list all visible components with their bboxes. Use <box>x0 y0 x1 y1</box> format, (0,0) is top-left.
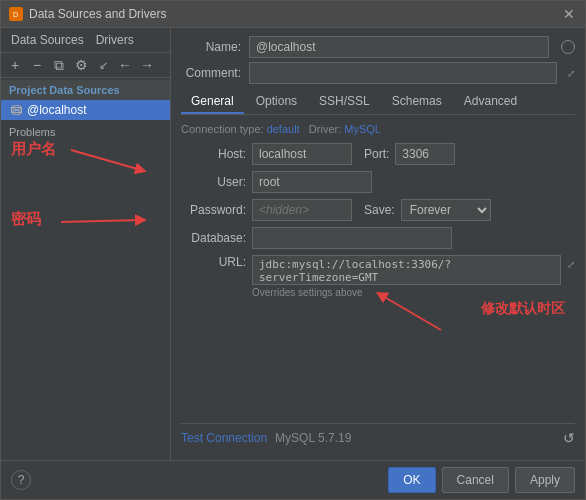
refresh-button[interactable]: ↺ <box>563 430 575 446</box>
conn-type-value[interactable]: default <box>267 123 300 135</box>
annotation-timezone: 修改默认时区 <box>481 300 565 318</box>
name-row: Name: <box>181 36 575 58</box>
expand-icon[interactable]: ⤢ <box>567 68 575 79</box>
copy-button[interactable]: ⧉ <box>49 55 69 75</box>
apply-button[interactable]: Apply <box>515 467 575 493</box>
bottom-bar: ? OK Cancel Apply <box>1 460 585 499</box>
annotation-password: 密码 <box>11 210 41 229</box>
connection-info: Connection type: default Driver: MySQL <box>181 123 575 135</box>
svg-line-5 <box>71 150 141 170</box>
title-bar: D Data Sources and Drivers ✕ <box>1 1 585 28</box>
back-button[interactable]: ← <box>115 55 135 75</box>
conn-type-label: Connection type: <box>181 123 267 135</box>
tab-schemas[interactable]: Schemas <box>382 90 452 114</box>
database-input[interactable] <box>252 227 452 249</box>
tab-ssh-ssl[interactable]: SSH/SSL <box>309 90 380 114</box>
datasource-icon <box>9 103 23 117</box>
comment-label: Comment: <box>181 66 241 80</box>
url-hint: Overrides settings above <box>252 287 561 298</box>
remove-button[interactable]: − <box>27 55 47 75</box>
menu-bar: Data Sources Drivers <box>1 28 170 53</box>
toolbar: + − ⧉ ⚙ ↙ ← → <box>1 53 170 78</box>
left-bottom-area: Problems 用户名 密码 <box>1 120 170 460</box>
port-input[interactable] <box>395 143 455 165</box>
password-label: Password: <box>181 203 246 217</box>
comment-row: Comment: ⤢ <box>181 62 575 84</box>
annotation-username: 用户名 <box>11 140 56 159</box>
right-panel: Name: Comment: ⤢ General Options SSH/SSL… <box>171 28 585 460</box>
host-label: Host: <box>181 147 246 161</box>
forward-button[interactable]: → <box>137 55 157 75</box>
url-input[interactable]: jdbc:mysql://localhost:3306/?serverTimez… <box>252 255 561 285</box>
password-input[interactable] <box>252 199 352 221</box>
database-label: Database: <box>181 231 246 245</box>
user-input[interactable] <box>252 171 372 193</box>
host-row: Host: Port: <box>181 143 575 165</box>
dialog-title: Data Sources and Drivers <box>29 7 555 21</box>
test-connection-bar: Test Connection MySQL 5.7.19 ↺ <box>181 423 575 452</box>
database-row: Database: <box>181 227 575 249</box>
menu-data-sources[interactable]: Data Sources <box>9 32 86 48</box>
name-label: Name: <box>181 40 241 54</box>
tab-advanced[interactable]: Advanced <box>454 90 527 114</box>
url-row: URL: jdbc:mysql://localhost:3306/?server… <box>181 255 575 298</box>
comment-input[interactable] <box>249 62 557 84</box>
close-button[interactable]: ✕ <box>561 6 577 22</box>
radio-button[interactable] <box>561 40 575 54</box>
tabs: General Options SSH/SSL Schemas Advanced <box>181 90 575 115</box>
driver-value[interactable]: MySQL <box>344 123 381 135</box>
ok-button[interactable]: OK <box>388 467 435 493</box>
url-label: URL: <box>181 255 246 269</box>
host-input[interactable] <box>252 143 352 165</box>
app-icon: D <box>9 7 23 21</box>
annotation-area: 修改默认时区 <box>181 300 575 335</box>
cancel-button[interactable]: Cancel <box>442 467 509 493</box>
svg-text:D: D <box>13 11 18 18</box>
tab-general[interactable]: General <box>181 90 244 114</box>
url-expand-icon[interactable]: ⤢ <box>567 259 575 270</box>
annotation-arrows <box>1 120 170 460</box>
datasource-name: @localhost <box>27 103 87 117</box>
user-label: User: <box>181 175 246 189</box>
help-button[interactable]: ? <box>11 470 31 490</box>
user-row: User: <box>181 171 575 193</box>
mysql-version: MySQL 5.7.19 <box>275 431 351 445</box>
save-select[interactable]: Forever Until restart Never <box>401 199 491 221</box>
name-input[interactable] <box>249 36 549 58</box>
test-connection-link[interactable]: Test Connection <box>181 431 267 445</box>
menu-drivers[interactable]: Drivers <box>94 32 136 48</box>
add-button[interactable]: + <box>5 55 25 75</box>
url-input-wrap: jdbc:mysql://localhost:3306/?serverTimez… <box>252 255 561 298</box>
import-button[interactable]: ↙ <box>93 55 113 75</box>
left-panel: Data Sources Drivers + − ⧉ ⚙ ↙ ← → Proje… <box>1 28 171 460</box>
tab-options[interactable]: Options <box>246 90 307 114</box>
settings-button[interactable]: ⚙ <box>71 55 91 75</box>
svg-line-6 <box>61 220 141 222</box>
svg-line-7 <box>381 295 441 330</box>
password-row: Password: Save: Forever Until restart Ne… <box>181 199 575 221</box>
project-data-sources-header: Project Data Sources <box>1 80 170 100</box>
port-label: Port: <box>364 147 389 161</box>
driver-label: Driver: <box>303 123 345 135</box>
datasource-localhost[interactable]: @localhost <box>1 100 170 120</box>
save-label: Save: <box>364 203 395 217</box>
